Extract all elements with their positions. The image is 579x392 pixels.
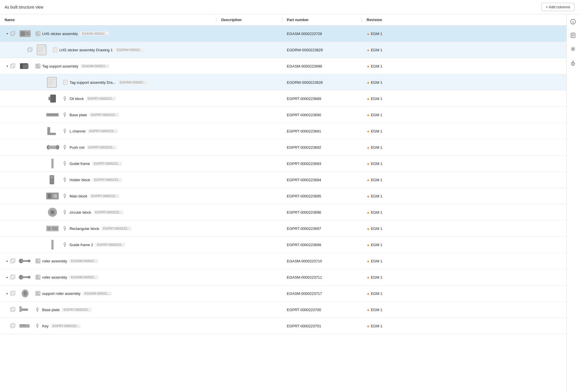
- document-list-icon[interactable]: [569, 31, 577, 39]
- row-name-cell: ▾ Tag support assembly EGASM-000022...: [0, 58, 217, 74]
- table-row[interactable]: Holder block EGPRT-0000223... EGPRT-0000…: [0, 172, 566, 188]
- column-headers: Name Description Part number Revision: [0, 14, 566, 26]
- row-part-number-cell: EGPRT-0000223698: [282, 243, 362, 247]
- table-row[interactable]: Main block EGPRT-0000223... EGPRT-000022…: [0, 188, 566, 204]
- svg-rect-58: [47, 227, 51, 230]
- row-part-number-cell: EGASM-0000223728: [282, 32, 362, 36]
- table-row[interactable]: ▸ support roller assembly EGASM-000022..…: [0, 285, 566, 302]
- table-row[interactable]: ▸ roller assembly EGASM-000022... EGASM-…: [0, 253, 566, 269]
- item-tag: EGASM-000022...: [69, 275, 98, 279]
- table-area[interactable]: Name Description Part number Revision ▾ …: [0, 14, 566, 392]
- revision-value: EGM 1: [371, 210, 382, 215]
- row-name-cell: ▸ support roller assembly EGASM-000022..…: [0, 285, 217, 301]
- table-row[interactable]: Rectangular block EGPRT-0000223... EGPRT…: [0, 220, 566, 237]
- table-row[interactable]: Base plate EGPRT-0000223... EGPRT-000022…: [0, 302, 566, 318]
- row-name-cell: Oil block EGPRT-0000223...: [0, 91, 217, 107]
- table-row[interactable]: L channel EGPRT-0000223... EGPRT-0000223…: [0, 123, 566, 139]
- row-part-number-cell: EGPRT-0000223692: [282, 145, 362, 150]
- table-row[interactable]: Guide frame 2 EGPRT-0000223... EGPRT-000…: [0, 237, 566, 253]
- item-tag: EGPRT-0000223...: [94, 210, 123, 214]
- expand-button[interactable]: ▾: [5, 63, 10, 69]
- item-tag: EGASM-000022...: [69, 259, 98, 263]
- item-name: Tag support assembly Dra...: [70, 80, 116, 85]
- revision-value: EGM 1: [371, 194, 382, 198]
- info-icon[interactable]: i: [569, 18, 577, 26]
- svg-rect-85: [38, 292, 40, 293]
- row-revision-cell: ▲ EGM 1: [362, 178, 566, 182]
- item-thumbnail: [44, 124, 60, 138]
- revision-flag-icon: ▲: [367, 97, 370, 100]
- revision-value: EGM 1: [371, 324, 382, 328]
- svg-rect-68: [38, 260, 40, 261]
- row-revision-cell: ▲ EGM 1: [362, 275, 566, 279]
- table-row[interactable]: LHS sticker assembly Drawing 1 EGDRW-000…: [0, 42, 566, 58]
- row-part-number-cell: EGASM-0000223717: [282, 291, 362, 296]
- svg-rect-88: [12, 307, 15, 311]
- svg-rect-42: [47, 114, 58, 115]
- copy-icon[interactable]: [10, 31, 15, 37]
- table-row[interactable]: circular block EGPRT-0000223... EGPRT-00…: [0, 204, 566, 220]
- type-icon: [63, 210, 68, 215]
- svg-rect-40: [48, 97, 51, 100]
- expand-button[interactable]: ▸: [5, 258, 10, 264]
- copy-icon[interactable]: [10, 323, 15, 329]
- revision-value: EGM 1: [371, 145, 382, 150]
- row-revision-cell: ▲ EGM 1: [362, 145, 566, 150]
- revision-flag-icon: ▲: [367, 32, 370, 35]
- gear-icon[interactable]: [569, 45, 577, 53]
- type-icon: [63, 161, 68, 166]
- copy-icon[interactable]: [27, 47, 32, 53]
- add-columns-button[interactable]: + Add columns: [541, 3, 574, 11]
- revision-value: EGM 1: [371, 64, 382, 68]
- item-thumbnail: [44, 222, 60, 235]
- alert-icon[interactable]: [569, 59, 577, 67]
- row-part-number-cell: EGASM-0000223711: [282, 275, 362, 279]
- svg-point-47: [56, 145, 59, 150]
- table-row[interactable]: ▾ Tag support assembly EGASM-000022... E…: [0, 58, 566, 74]
- svg-rect-70: [11, 275, 14, 279]
- item-thumbnail: [44, 173, 60, 187]
- table-row[interactable]: ▾ LHS sticker assembly EGASM-000022... E…: [0, 26, 566, 42]
- copy-icon[interactable]: [10, 274, 15, 280]
- table-row[interactable]: Oil block EGPRT-0000223... EGPRT-0000223…: [0, 91, 566, 107]
- type-icon: [52, 47, 58, 52]
- svg-rect-29: [47, 77, 56, 87]
- item-thumbnail: [17, 303, 33, 317]
- svg-rect-26: [36, 64, 38, 66]
- row-name-cell: Main block EGPRT-0000223...: [0, 188, 217, 204]
- svg-rect-9: [28, 48, 31, 52]
- svg-rect-77: [38, 276, 40, 277]
- revision-value: EGM 1: [371, 162, 382, 166]
- revision-flag-icon: ▲: [367, 259, 370, 263]
- row-revision-cell: ▲ EGM 1: [362, 162, 566, 166]
- item-thumbnail: [44, 238, 60, 252]
- expand-button[interactable]: ▸: [5, 291, 10, 296]
- table-row[interactable]: Tag support assembly Dra... EGDRW-000022…: [0, 74, 566, 91]
- svg-rect-76: [36, 275, 38, 277]
- copy-icon[interactable]: [10, 258, 15, 264]
- row-revision-cell: ▲ EGM 1: [362, 226, 566, 231]
- table-row[interactable]: Key EGPRT-0000223... EGPRT-0000223701 ▲ …: [0, 318, 566, 334]
- item-name: Tag support assembly: [42, 64, 78, 68]
- copy-icon[interactable]: [10, 63, 15, 69]
- row-name-cell: Push rod EGPRT-0000223...: [0, 139, 217, 155]
- table-row[interactable]: ▸ roller assembly EGASM-000022... EGASM-…: [0, 269, 566, 285]
- svg-rect-53: [54, 194, 57, 198]
- table-row[interactable]: Guide frame EGPRT-0000223... EGPRT-00002…: [0, 156, 566, 172]
- expand-button[interactable]: ▸: [5, 274, 10, 280]
- svg-rect-22: [12, 64, 15, 67]
- expand-button[interactable]: ▾: [5, 31, 10, 36]
- row-revision-cell: ▲ EGM 1: [362, 48, 566, 52]
- table-row[interactable]: Base plate EGPRT-0000223... EGPRT-000022…: [0, 107, 566, 123]
- svg-rect-24: [23, 64, 29, 68]
- copy-icon[interactable]: [10, 307, 15, 313]
- copy-icon[interactable]: [10, 291, 15, 297]
- revision-value: EGM 1: [371, 178, 382, 182]
- row-part-number-cell: EGPRT-0000223691: [282, 129, 362, 133]
- table-row[interactable]: Push rod EGPRT-0000223... EGPRT-00002236…: [0, 139, 566, 156]
- row-name-cell: Rectangular block EGPRT-0000223...: [0, 220, 217, 236]
- type-icon: [63, 145, 68, 150]
- revision-value: EGM 1: [371, 308, 382, 312]
- item-name: Oil block: [70, 97, 84, 101]
- item-name: Key: [42, 324, 48, 328]
